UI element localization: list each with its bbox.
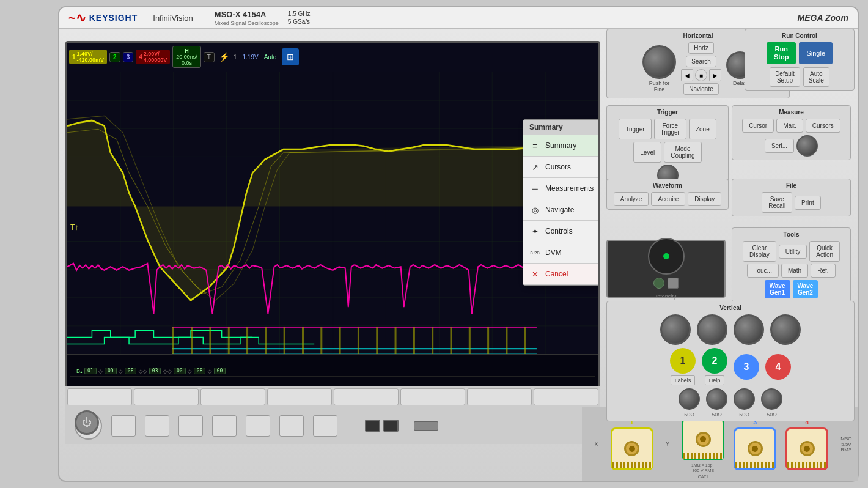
ch2-channel-button[interactable]: 2 <box>702 348 727 374</box>
ch4-pos-knob[interactable] <box>761 388 782 410</box>
soft-key-8[interactable] <box>534 388 598 405</box>
front-btn-sq-6[interactable] <box>279 415 304 437</box>
ch2-pos-knob[interactable] <box>706 388 727 410</box>
dropdown-item-cancel[interactable]: ✕ Cancel <box>523 264 600 285</box>
cursors-m-button[interactable]: Cursors <box>806 119 840 133</box>
default-setup-button[interactable]: DefaultSetup <box>770 67 800 87</box>
bnc-ch3-connector[interactable] <box>734 427 776 470</box>
cursor-button[interactable]: Cursor <box>742 119 774 133</box>
ref-button[interactable]: Ref. <box>811 264 835 278</box>
soft-key-1[interactable] <box>67 388 132 405</box>
ch3-channel-button[interactable]: 3 <box>734 354 759 380</box>
acquire-button[interactable]: Acquire <box>651 192 685 206</box>
dropdown-item-controls[interactable]: ✦ Controls <box>523 221 600 242</box>
ch2-scale-knob[interactable] <box>697 314 727 345</box>
soft-key-4[interactable] <box>267 388 332 405</box>
ch1-pos-knob[interactable] <box>679 388 700 410</box>
ch1-val2: -420.00mV <box>77 57 105 63</box>
ch2-help-button[interactable]: Help <box>705 375 725 385</box>
wave-gen2-button[interactable]: WaveGen2 <box>793 280 818 298</box>
math-button[interactable]: Math <box>781 264 808 278</box>
dropdown-item-cancel-label: Cancel <box>545 270 568 278</box>
menu-icon-button[interactable]: ⊞ <box>282 48 299 65</box>
soft-key-6[interactable] <box>400 388 465 405</box>
ch2-badge[interactable]: 2 <box>109 52 120 62</box>
navigate-button[interactable]: Navigate <box>683 83 718 95</box>
display-button[interactable]: Display <box>688 192 721 206</box>
dropdown-item-dvm[interactable]: 3.28 DVM <box>523 242 600 264</box>
horiz-button[interactable]: Horiz <box>688 42 713 54</box>
waveform-buttons: Analyze Acquire Display <box>610 192 725 206</box>
front-btn-sq-2[interactable] <box>145 415 169 437</box>
t-badge[interactable]: T <box>204 52 215 62</box>
search-button[interactable]: Search <box>686 56 716 67</box>
ch4-channel-button[interactable]: 4 <box>765 354 791 380</box>
dropdown-item-measurements[interactable]: ─ Measurements <box>523 178 600 199</box>
soft-key-7[interactable] <box>467 388 532 405</box>
push-to-select-btn[interactable] <box>668 278 679 289</box>
auto-scale-button[interactable]: AutoScale <box>803 67 829 87</box>
soft-key-3[interactable] <box>200 388 265 405</box>
nav-stop-btn[interactable]: ■ <box>695 69 707 81</box>
measure-knob[interactable] <box>796 135 818 157</box>
front-btn-sq-1[interactable] <box>111 415 136 437</box>
intensity-knob[interactable] <box>648 238 685 275</box>
bus-cell-0: 01 <box>84 368 97 374</box>
analyze-button[interactable]: Analyze <box>614 192 649 206</box>
front-btn-sq-3[interactable] <box>178 415 203 437</box>
ch1-label-button[interactable]: Labels <box>671 375 696 385</box>
trigger-button[interactable]: Trigger <box>619 119 651 139</box>
ch4-scale-knob[interactable] <box>770 314 801 345</box>
measurements-icon: ─ <box>529 183 540 194</box>
ch1-badge[interactable]: 1 1.40V/ -420.00mV <box>69 50 107 64</box>
wave-gen1-button[interactable]: WaveGen1 <box>765 280 790 298</box>
ch4-val1: 2.00V/ <box>144 51 167 57</box>
ch4-badge[interactable]: 4 2.00V/ 4.00000V <box>136 50 170 64</box>
run-stop-button[interactable]: RunStop <box>767 42 796 64</box>
front-btn-sq-4[interactable] <box>212 415 237 437</box>
dropdown-item-navigate[interactable]: ◎ Navigate <box>523 199 600 221</box>
zone-button[interactable]: Zone <box>689 119 716 139</box>
dropdown-menu[interactable]: Summary ⊞ ≡ Summary ↗ Cursors ─ Measurem… <box>523 119 600 286</box>
ch3-scale-knob[interactable] <box>734 314 764 345</box>
utility-button[interactable]: Utility <box>779 245 807 259</box>
dropdown-menu-header: Summary ⊞ <box>523 120 600 135</box>
level-button[interactable]: Level <box>633 142 661 163</box>
soft-key-5[interactable] <box>334 388 399 405</box>
usb-port-2[interactable] <box>383 420 399 432</box>
front-btn-sq-7[interactable] <box>313 415 337 437</box>
quick-action-button[interactable]: QuickAction <box>809 241 840 262</box>
dropdown-item-summary[interactable]: ≡ Summary <box>523 135 600 157</box>
oscilloscope-screen[interactable]: 1 1.40V/ -420.00mV 2 3 4 2.00V/ 4.00000V <box>65 41 600 390</box>
horizontal-knob[interactable] <box>642 45 676 79</box>
dropdown-item-cursors[interactable]: ↗ Cursors <box>523 157 600 178</box>
intensity-sub-knob[interactable] <box>653 278 664 289</box>
soft-key-2[interactable] <box>134 388 199 405</box>
power-button[interactable]: ⏻ <box>75 410 99 435</box>
ch1-scale-knob[interactable] <box>660 314 691 345</box>
force-trigger-button[interactable]: ForceTrigger <box>654 119 686 139</box>
intensity-label: Intensity <box>656 294 677 300</box>
save-recall-button[interactable]: SaveRecall <box>762 192 792 213</box>
nav-left-btn[interactable]: ◀ <box>681 69 693 81</box>
front-btn-sq-5[interactable] <box>246 415 270 437</box>
max-button[interactable]: Max. <box>776 119 803 133</box>
bnc-ch2-connector[interactable] <box>682 418 724 460</box>
print-button[interactable]: Print <box>795 196 821 210</box>
dropdown-header-text: Summary <box>529 123 563 131</box>
intensity-display[interactable]: Intensity <box>606 240 726 298</box>
nav-right-btn[interactable]: ▶ <box>709 69 721 81</box>
ch3-badge[interactable]: 3 <box>123 52 134 62</box>
ch1-channel-button[interactable]: 1 <box>670 348 696 374</box>
usb-port-1[interactable] <box>365 420 380 432</box>
seri-button[interactable]: Seri... <box>765 139 794 153</box>
bnc-ch4-connector[interactable] <box>785 427 828 470</box>
single-button[interactable]: Single <box>799 42 833 64</box>
ch3-pos-knob[interactable] <box>734 388 755 410</box>
bnc-ch1-connector[interactable] <box>611 427 653 470</box>
touch-button[interactable]: Touc... <box>747 264 778 278</box>
h-badge[interactable]: H 20.00ns/ 0.0s <box>172 46 201 68</box>
mode-coupling-button[interactable]: ModeCoupling <box>664 142 701 163</box>
clear-display-button[interactable]: ClearDisplay <box>743 241 776 262</box>
model-sub: Mixed Signal Oscilloscope <box>215 20 279 26</box>
